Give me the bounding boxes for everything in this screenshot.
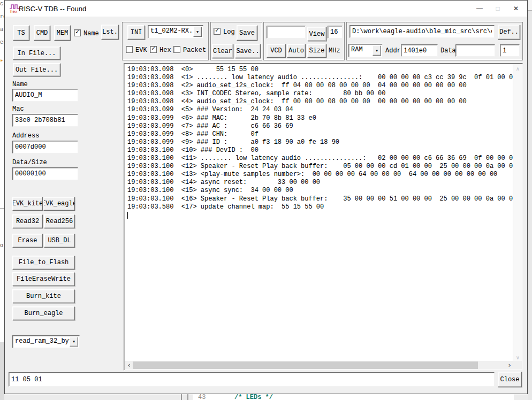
log-output-area[interactable]: 19:03:03.098 <0> 55 15 55 0019:03:03.098… bbox=[124, 63, 523, 371]
scroll-left-icon[interactable]: ‹ bbox=[125, 361, 133, 370]
data-size-field-label: Data/Size bbox=[12, 159, 47, 166]
log-line: 19:03:03.099 <7> ### AC : c6 66 36 69 bbox=[127, 122, 513, 130]
save-as-button[interactable]: Save.. bbox=[235, 44, 261, 58]
background-text: a bbox=[0, 27, 3, 33]
vertical-scrollbar[interactable]: ∧ ∨ bbox=[513, 64, 522, 362]
log-line: 19:03:03.098 <4> audio_set_i2s_clock: ff… bbox=[127, 98, 513, 106]
close-button[interactable]: Close bbox=[498, 372, 522, 387]
background-text: c bbox=[0, 1, 3, 7]
scroll-down-icon[interactable]: ∨ bbox=[513, 355, 522, 360]
hex-checkbox[interactable]: ✓ bbox=[150, 46, 157, 53]
evk-checkbox[interactable] bbox=[126, 46, 133, 53]
chevron-down-icon[interactable]: ▼ bbox=[193, 27, 202, 37]
scroll-right-icon[interactable]: › bbox=[506, 361, 513, 370]
in-file-button[interactable]: In File... bbox=[13, 47, 60, 60]
name-field[interactable] bbox=[12, 89, 78, 102]
evk-checkbox-label: EVK bbox=[135, 47, 147, 54]
view-button[interactable]: View bbox=[307, 27, 326, 41]
mem-button[interactable]: MEM bbox=[54, 25, 71, 41]
log-line: 19:03:03.099 <9> ### ID : a0 f3 18 90 a0… bbox=[127, 139, 513, 147]
mac-field[interactable] bbox=[12, 114, 78, 127]
clear-button[interactable]: Clear bbox=[212, 44, 233, 58]
command-input[interactable] bbox=[9, 372, 495, 387]
chevron-down-icon[interactable]: ▼ bbox=[70, 337, 78, 347]
ini-file-combobox[interactable]: t1_02M2-RX.i ▼ bbox=[148, 25, 203, 39]
file-erase-write-button[interactable]: FileEraseWrite bbox=[12, 272, 75, 286]
auto-button[interactable]: Auto bbox=[287, 44, 306, 58]
burn-kite-button[interactable]: Burn_kite bbox=[12, 289, 75, 303]
usb-dl-button[interactable]: USB_DL bbox=[44, 234, 75, 248]
chevron-down-icon[interactable]: ▼ bbox=[373, 45, 381, 56]
default-button[interactable]: Def.. bbox=[498, 25, 520, 40]
check-icon: ✓ bbox=[75, 28, 79, 36]
log-line: 19:03:03.098 <1> ........ low latency au… bbox=[127, 74, 513, 82]
address-field-label: Address bbox=[12, 132, 39, 140]
background-line-number: 43 bbox=[198, 394, 206, 400]
name-checkbox[interactable]: ✓ bbox=[74, 29, 81, 36]
text-caret bbox=[127, 212, 128, 219]
background-panel bbox=[0, 342, 4, 400]
log-checkbox-label: Log bbox=[223, 28, 235, 36]
app-icon: hex bbox=[9, 4, 20, 13]
burn-eagle-button[interactable]: Burn_eagle bbox=[12, 306, 75, 320]
addr-field[interactable] bbox=[401, 44, 438, 57]
titlebar: hex RISC-V TDB -- Found — □ ✕ bbox=[5, 1, 527, 17]
background-arrow-icon: ▸ bbox=[0, 57, 4, 64]
out-file-button[interactable]: Out File... bbox=[13, 63, 60, 76]
log-line: 19:03:03.100 <16> Speaker - Reset Play b… bbox=[127, 195, 513, 203]
packet-checkbox[interactable] bbox=[173, 46, 180, 53]
vcd-button[interactable]: VCD bbox=[267, 44, 286, 58]
address-field[interactable] bbox=[12, 141, 78, 153]
background-code-comment: /* LEDs */ bbox=[234, 394, 273, 400]
memory-type-combobox[interactable]: RAM ▼ bbox=[348, 44, 383, 57]
scrollbar-corner bbox=[513, 361, 522, 370]
command-combobox-value: read_ram_32_byt bbox=[15, 337, 73, 345]
cmd-button[interactable]: CMD bbox=[34, 25, 50, 41]
count-field[interactable] bbox=[500, 44, 520, 57]
save-button[interactable]: Save bbox=[237, 25, 257, 41]
file-to-flash-button[interactable]: File_to_Flash bbox=[12, 256, 75, 270]
scroll-up-icon[interactable]: ∧ bbox=[513, 66, 522, 72]
log-lines[interactable]: 19:03:03.098 <0> 55 15 55 0019:03:03.098… bbox=[125, 64, 513, 361]
view-value-field[interactable] bbox=[267, 26, 306, 39]
evk-eagle-button[interactable]: EVK_eagle bbox=[43, 197, 75, 211]
horizontal-scrollbar[interactable]: ‹ › bbox=[125, 361, 514, 370]
background-divider bbox=[181, 394, 182, 400]
ini-button[interactable]: INI bbox=[127, 25, 145, 40]
log-line: 19:03:03.099 <5> ### Version: 24 24 03 0… bbox=[127, 106, 513, 114]
risc-v-tdb-window: hex RISC-V TDB -- Found — □ ✕ TS CMD MEM… bbox=[4, 0, 528, 394]
file-path-field[interactable] bbox=[349, 25, 495, 38]
evk-kite-button[interactable]: EVK_kite bbox=[12, 197, 43, 211]
log-line: 19:03:03.100 <10> ### DevID : 00 bbox=[127, 147, 513, 155]
addr-label: Addr bbox=[385, 47, 401, 55]
background-divider bbox=[0, 208, 4, 209]
name-field-label: Name bbox=[12, 81, 28, 88]
log-line: 19:03:03.098 <2> audio_set_i2s_clock: ff… bbox=[127, 82, 513, 90]
horizontal-scrollbar-thumb[interactable] bbox=[133, 361, 478, 369]
log-line: 19:03:03.580 <17> update channel map: 55… bbox=[127, 203, 513, 211]
read256-button[interactable]: Read256 bbox=[44, 214, 75, 228]
mhz-label: MHz bbox=[329, 47, 340, 55]
size-button[interactable]: Size bbox=[307, 44, 326, 58]
lst-button[interactable]: Lst. bbox=[101, 25, 119, 40]
log-line: 19:03:03.100 <12> Speaker - Reset Play b… bbox=[127, 163, 513, 171]
check-icon: ✓ bbox=[151, 45, 155, 52]
read32-button[interactable]: Read32 bbox=[12, 214, 43, 228]
close-window-button[interactable]: ✕ bbox=[507, 1, 525, 17]
log-checkbox[interactable]: ✓ bbox=[214, 28, 221, 35]
minimize-button[interactable]: — bbox=[470, 1, 489, 17]
log-line: 19:03:03.098 <0> 55 15 55 00 bbox=[127, 66, 513, 74]
svg-text:hex: hex bbox=[10, 9, 18, 13]
command-combobox[interactable]: read_ram_32_byt ▼ bbox=[12, 335, 80, 348]
log-line: 19:03:03.100 <11> ........ low latency a… bbox=[127, 155, 513, 163]
hex-checkbox-label: Hex bbox=[159, 47, 171, 54]
maximize-button[interactable]: □ bbox=[489, 1, 507, 17]
check-icon: ✓ bbox=[215, 27, 219, 34]
view-count-field[interactable] bbox=[328, 26, 343, 39]
background-text: er bbox=[0, 40, 4, 45]
ts-button[interactable]: TS bbox=[13, 25, 29, 41]
background-panel bbox=[528, 0, 532, 11]
data-field[interactable] bbox=[455, 44, 495, 57]
data-size-field[interactable] bbox=[12, 167, 78, 180]
erase-button[interactable]: Erase bbox=[12, 234, 43, 248]
